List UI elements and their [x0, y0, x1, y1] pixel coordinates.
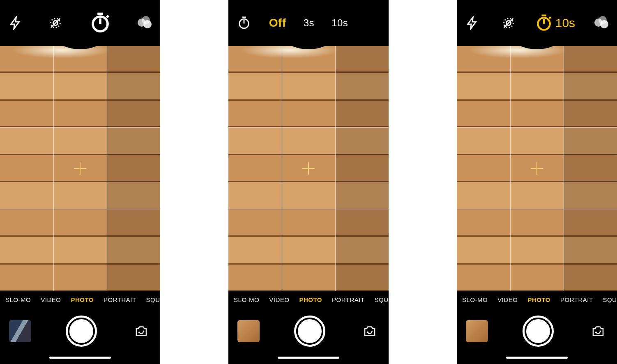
filters-button[interactable] — [592, 13, 611, 33]
mode-selector[interactable]: SESLO-MOVIDEOPHOTOPORTRAITSQUARE — [228, 291, 389, 308]
viewfinder[interactable] — [0, 46, 160, 291]
timer-icon[interactable] — [234, 13, 254, 33]
mode-video[interactable]: VIDEO — [269, 296, 289, 303]
timer-option-3s[interactable]: 3s — [304, 17, 314, 29]
mode-square[interactable]: SQUARE — [375, 296, 389, 303]
live-photo-button[interactable] — [46, 13, 65, 33]
mode-photo[interactable]: PHOTO — [527, 296, 550, 303]
top-controls: 10s — [457, 0, 617, 46]
shutter-button[interactable] — [523, 316, 554, 347]
shutter-button[interactable] — [66, 316, 97, 347]
timer-option-10s[interactable]: 10s — [332, 17, 348, 29]
mode-photo[interactable]: PHOTO — [299, 296, 322, 303]
camera-screen-a: SESLO-MOVIDEOPHOTOPORTRAITSQUARE — [0, 0, 160, 364]
home-indicator[interactable] — [457, 354, 617, 364]
filters-icon — [594, 16, 608, 30]
bottom-controls — [457, 308, 617, 354]
last-photo-thumbnail[interactable] — [466, 320, 488, 342]
switch-camera-button[interactable] — [588, 323, 608, 339]
live-photo-button[interactable] — [499, 13, 518, 33]
mode-slo-mo[interactable]: SLO-MO — [462, 296, 488, 303]
last-photo-thumbnail[interactable] — [9, 320, 31, 342]
switch-camera-button[interactable] — [131, 323, 151, 339]
viewfinder-image — [228, 46, 389, 291]
mode-square[interactable]: SQUARE — [146, 296, 160, 303]
viewfinder-image — [0, 46, 160, 291]
mode-portrait[interactable]: PORTRAIT — [560, 296, 593, 303]
mode-selector[interactable]: SESLO-MOVIDEOPHOTOPORTRAITSQUARE — [457, 291, 617, 308]
filters-button[interactable] — [135, 13, 154, 33]
top-controls — [0, 0, 160, 46]
timer-options: Off 3s 10s — [269, 16, 348, 30]
flash-button[interactable] — [463, 13, 482, 33]
home-indicator[interactable] — [228, 354, 389, 364]
mode-slo-mo[interactable]: SLO-MO — [234, 296, 259, 303]
timer-button[interactable] — [86, 9, 115, 37]
mode-selector[interactable]: SESLO-MOVIDEOPHOTOPORTRAITSQUARE — [0, 291, 160, 308]
home-indicator[interactable] — [0, 354, 160, 364]
mode-video[interactable]: VIDEO — [497, 296, 518, 303]
top-controls: Off 3s 10s — [228, 0, 389, 46]
mode-portrait[interactable]: PORTRAIT — [104, 296, 136, 303]
switch-camera-button[interactable] — [360, 323, 380, 339]
timer-option-off[interactable]: Off — [269, 16, 286, 30]
timer-button[interactable]: 10s — [535, 14, 575, 32]
shutter-button[interactable] — [294, 316, 325, 347]
bottom-controls — [228, 308, 389, 354]
flash-button[interactable] — [6, 13, 25, 33]
last-photo-thumbnail[interactable] — [237, 320, 260, 342]
mode-square[interactable]: SQUARE — [603, 296, 617, 303]
viewfinder[interactable] — [457, 46, 617, 291]
mode-portrait[interactable]: PORTRAIT — [332, 296, 365, 303]
bottom-controls — [0, 308, 160, 354]
filters-icon — [138, 16, 152, 30]
viewfinder[interactable] — [228, 46, 389, 291]
mode-slo-mo[interactable]: SLO-MO — [5, 296, 31, 303]
mode-photo[interactable]: PHOTO — [71, 296, 94, 303]
timer-value-label: 10s — [555, 16, 575, 30]
viewfinder-image — [457, 46, 617, 291]
camera-screen-c: 10s SESLO-MOVIDEOPHOTOPORTRAITSQUARE — [457, 0, 617, 364]
mode-video[interactable]: VIDEO — [41, 296, 61, 303]
camera-screen-b: Off 3s 10s SESLO-MOVIDEOPHOTOPORTRAITSQU… — [228, 0, 389, 364]
